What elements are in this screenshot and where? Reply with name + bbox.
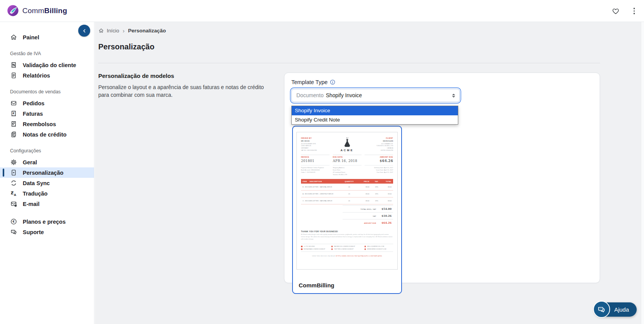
receipt-percent-icon (10, 61, 17, 69)
receipt-euro-icon: € (10, 110, 17, 117)
dropdown-option-shopify-invoice[interactable]: Shopify Invoice (292, 106, 458, 115)
receipt-return-icon (10, 120, 17, 128)
sync-icon (10, 179, 17, 187)
globe-icon (365, 248, 366, 250)
sidebar-item-traducao[interactable]: ƵA Tradução (0, 188, 94, 199)
flask-icon (342, 137, 352, 148)
header-actions (612, 0, 637, 22)
chevron-left-icon (82, 29, 87, 33)
sidebar-item-label: Validação do cliente (23, 62, 76, 68)
invoice-template-thumbnail: ISSUED BY MR. WOOD 44 GITSCHINER STR. 10… (296, 132, 398, 270)
app-logo[interactable]: CommBilling (7, 5, 67, 17)
favorite-heart-icon[interactable] (612, 7, 620, 15)
home-icon (98, 28, 104, 34)
contact-entry: TWITTER.COM/WOODSHOP (331, 248, 365, 250)
help-button-label: Ajuda (614, 306, 629, 313)
brand-logo-icon (7, 5, 19, 17)
template-type-select[interactable]: Documento Shopify Invoice (291, 89, 460, 102)
sidebar-item-pedidos[interactable]: Pedidos (0, 98, 94, 108)
help-chat-icon (593, 301, 610, 318)
invoice-client: CLIENT KEVIN KLEIN 42 LOMBARD ST TORONTO… (365, 137, 393, 152)
breadcrumb: Início Personalização (98, 22, 600, 34)
phone-icon (301, 246, 303, 247)
brand-prefix: Comm (22, 7, 44, 15)
breadcrumb-home-link[interactable]: Início (98, 28, 119, 34)
template-preview-card[interactable]: ISSUED BY MR. WOOD 44 GITSCHINER STR. 10… (292, 126, 402, 294)
template-type-label: Template Type (291, 79, 328, 85)
templates-section-title: Personalização de modelos (98, 73, 272, 79)
templates-panel: Template Type Documento Shopify Invoice … (284, 73, 600, 283)
invoice-table-header: ITEMDESCRIPTIONQUANTITYPRICETAXTOTAL (301, 179, 393, 184)
brand-name: CommBilling (22, 7, 67, 15)
document-star-icon (10, 169, 17, 176)
invoice-issued-by: ISSUED BY MR. WOOD 44 GITSCHINER STR. 10… (301, 137, 330, 152)
select-spinner-icon (452, 94, 455, 98)
sidebar-item-label: Faturas (23, 111, 43, 117)
invoice-totals: TOTAL EXCL. VAT$54.00 VAT$10.26 AMOUNT D… (343, 205, 393, 226)
title-divider (98, 63, 600, 63)
contact-entry: INSTAGRAM.COM/WOODSHOP (301, 248, 331, 250)
inbox-icon (10, 100, 17, 107)
template-caption: CommBilling (299, 282, 335, 289)
sidebar-item-label: Tradução (23, 191, 47, 197)
sidebar-item-data-sync[interactable]: Data Sync (0, 178, 94, 188)
facebook-icon (331, 246, 333, 247)
gear-icon (10, 159, 17, 166)
invoice-table-row: O - WOODEN LETTER - NATURAL BIRCH0118.00… (301, 197, 393, 204)
sidebar-item-label: Data Sync (23, 180, 50, 186)
templates-section-description: Personalize o layout e a aparência de su… (98, 83, 272, 99)
svg-text:€: € (12, 220, 15, 223)
sidebar-item-personalizacao[interactable]: Personalização (0, 167, 94, 178)
acme-logo: ACME (334, 137, 361, 152)
sidebar-item-label: Geral (23, 159, 37, 165)
svg-text:Ƶ: Ƶ (11, 191, 13, 195)
contact-entry: +1-712-345-8345 (301, 246, 331, 247)
select-value: Shopify Invoice (326, 93, 362, 98)
sidebar-item-reembolsos[interactable]: Reembolsos (0, 119, 94, 129)
contact-entry: FACEBOOK.COM/WOODSHOP (331, 246, 365, 247)
home-icon (10, 34, 17, 41)
invoice-payment-meta: Payment Method: Online Payment Bank Acco… (301, 165, 330, 176)
chat-bubbles-icon (10, 228, 17, 236)
twitter-icon (331, 248, 333, 250)
sidebar-item-label: Suporte (23, 229, 44, 235)
info-icon[interactable] (330, 79, 335, 85)
sidebar-item-planos-e-precos[interactable]: € Planos e preços (0, 216, 94, 227)
invoice-amount-due-block: AMOUNT DUE $64.26 (365, 155, 393, 163)
main-content: Início Personalização Personalização Per… (95, 22, 641, 324)
sidebar-item-faturas[interactable]: € Faturas (0, 108, 94, 119)
top-header: CommBilling (0, 0, 644, 22)
sidebar: Painel Gestão de IVA Validação do client… (0, 22, 94, 324)
sidebar-item-geral[interactable]: Geral (0, 157, 94, 167)
invoice-due-date-block: DUE DATE APR 16, 2018 (333, 155, 362, 163)
sidebar-collapse-button[interactable] (78, 25, 90, 37)
sidebar-item-label: Notas de crédito (23, 132, 67, 138)
sidebar-item-notas-de-credito[interactable]: Notas de crédito (0, 129, 94, 140)
overflow-menu-icon[interactable] (631, 6, 637, 16)
sidebar-item-suporte[interactable]: Suporte (0, 227, 94, 237)
document-icon (10, 72, 17, 79)
invoice-contacts: +1-712-345-8345 FACEBOOK.COM/WOODSHOP HE… (301, 244, 393, 252)
sidebar-section-header: Documentos de vendas (0, 83, 94, 98)
instagram-icon (301, 248, 303, 250)
sidebar-item-label: Painel (23, 34, 39, 40)
templates-description-block: Personalização de modelos Personalize o … (98, 73, 284, 283)
help-button[interactable]: Ajuda (594, 302, 637, 317)
page-title: Personalização (98, 42, 600, 51)
euro-circle-icon: € (10, 218, 17, 225)
brand-suffix: Billing (44, 7, 67, 15)
invoice-footer: VIEW THIS INVOICE ONLINE AT HTTPS://DEMO… (301, 255, 393, 257)
sidebar-item-label: Pedidos (23, 100, 44, 106)
select-prefix: Documento (296, 93, 324, 98)
dropdown-option-shopify-credit-note[interactable]: Shopify Credit Note (292, 115, 458, 125)
sidebar-item-validacao-do-cliente[interactable]: Validação do cliente (0, 60, 94, 70)
sidebar-item-label: Reembolsos (23, 121, 56, 127)
sidebar-item-relatorios[interactable]: Relatórios (0, 70, 94, 81)
sidebar-section-header: Gestão de IVA (0, 45, 94, 60)
contact-entry: WWW.MRWOODSHOP.COM (365, 248, 393, 250)
sidebar-item-email[interactable]: E-mail (0, 199, 94, 209)
template-type-label-row: Template Type (291, 79, 593, 85)
scrollbar[interactable] (641, 22, 644, 324)
sidebar-item-label: E-mail (23, 201, 40, 207)
contact-entry: HELLO@MRWOOD.COM (365, 246, 393, 247)
